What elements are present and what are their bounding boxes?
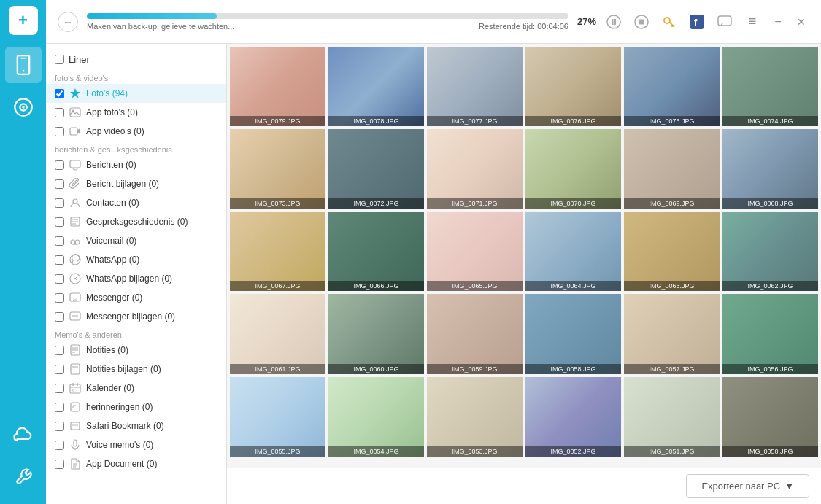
tree-item-appdocument[interactable]: App Document (0) xyxy=(46,454,226,473)
photo-cell[interactable]: IMG_0079.JPG xyxy=(230,47,325,126)
tree-item-berichtbijlagen[interactable]: Bericht bijlagen (0) xyxy=(46,174,226,193)
photo-cell[interactable]: IMG_0067.JPG xyxy=(230,212,325,291)
progress-bar-container xyxy=(87,13,568,19)
tree-item-appfotos[interactable]: App foto's (0) xyxy=(46,103,226,122)
minimize-button[interactable]: − xyxy=(770,14,786,30)
messenger-checkbox[interactable] xyxy=(55,293,64,303)
photo-label: IMG_0065.JPG xyxy=(427,281,523,291)
voicemail-checkbox[interactable] xyxy=(55,236,64,246)
kalender-checkbox[interactable] xyxy=(55,384,64,393)
menu-icon[interactable]: ≡ xyxy=(742,12,763,32)
key-icon[interactable] xyxy=(659,12,679,32)
photo-cell[interactable]: IMG_0057.JPG xyxy=(624,294,720,373)
photo-cell[interactable]: IMG_0062.JPG xyxy=(722,212,818,291)
photo-cell[interactable]: IMG_0052.JPG xyxy=(525,377,621,457)
photo-cell[interactable]: IMG_0058.JPG xyxy=(525,294,621,373)
nav-phone[interactable] xyxy=(5,47,42,83)
svg-point-2 xyxy=(22,70,24,72)
stop-button[interactable] xyxy=(631,12,652,32)
photo-cell[interactable]: IMG_0066.JPG xyxy=(328,212,424,291)
photo-cell[interactable]: IMG_0070.JPG xyxy=(525,129,621,209)
contacten-checkbox[interactable] xyxy=(55,198,64,208)
svg-rect-52 xyxy=(74,440,77,446)
herinneringen-checkbox[interactable] xyxy=(55,403,64,412)
gesprek-checkbox[interactable] xyxy=(55,217,64,227)
appdocument-checkbox[interactable] xyxy=(55,460,64,469)
photo-cell[interactable]: IMG_0077.JPG xyxy=(427,47,523,126)
tree-item-messengerbijlagen[interactable]: Messenger bijlagen (0) xyxy=(46,307,226,326)
tree-item-kalender[interactable]: 6 Kalender (0) xyxy=(46,379,226,398)
history-icon xyxy=(69,215,82,228)
remaining-text: Resterende tijd: 00:04:06 xyxy=(479,22,568,31)
tree-item-fotos[interactable]: Foto's (94) xyxy=(46,84,226,103)
fotos-checkbox[interactable] xyxy=(55,89,64,98)
logo-plus-icon: + xyxy=(18,11,28,30)
notitiesbijlagen-checkbox[interactable] xyxy=(55,365,64,374)
tree-item-herinneringen[interactable]: herinneringen (0) xyxy=(46,398,226,416)
photo-label: IMG_0054.JPG xyxy=(328,446,424,457)
notities-checkbox[interactable] xyxy=(55,346,64,355)
photo-cell[interactable]: IMG_0075.JPG xyxy=(624,47,720,126)
photo-cell[interactable]: IMG_0074.JPG xyxy=(722,47,818,126)
berichten-checkbox[interactable] xyxy=(55,160,64,170)
photo-cell[interactable]: IMG_0071.JPG xyxy=(427,129,523,209)
back-button[interactable]: ← xyxy=(58,12,78,32)
messengerbijlagen-checkbox[interactable] xyxy=(55,312,64,322)
nav-cloud[interactable] xyxy=(5,416,42,453)
svg-text:6: 6 xyxy=(72,388,75,392)
photo-label: IMG_0078.JPG xyxy=(328,116,424,126)
photo-cell[interactable]: IMG_0064.JPG xyxy=(525,212,621,291)
photo-label: IMG_0067.JPG xyxy=(230,281,325,291)
liner-checkbox[interactable] xyxy=(55,55,64,64)
close-button[interactable]: ✕ xyxy=(793,14,809,30)
photo-cell[interactable]: IMG_0051.JPG xyxy=(624,377,720,457)
nav-tools[interactable] xyxy=(5,459,42,495)
photo-cell[interactable]: IMG_0056.JPG xyxy=(722,294,818,373)
photo-cell[interactable]: IMG_0050.JPG xyxy=(722,377,818,457)
appvideos-checkbox[interactable] xyxy=(55,127,64,136)
appfotos-checkbox[interactable] xyxy=(55,108,64,117)
tree-item-safari[interactable]: Safari Bookmark (0) xyxy=(46,416,226,435)
berichten-label: Berichten (0) xyxy=(86,160,136,170)
berichtbijlagen-checkbox[interactable] xyxy=(55,179,64,189)
tree-item-voicemail[interactable]: Voicemail (0) xyxy=(46,231,226,250)
facebook-icon[interactable]: f xyxy=(687,12,707,32)
safari-checkbox[interactable] xyxy=(55,422,64,431)
photo-cell[interactable]: IMG_0060.JPG xyxy=(328,294,424,373)
tree-item-notitiesbijlagen[interactable]: Notities bijlagen (0) xyxy=(46,360,226,379)
photo-cell[interactable]: IMG_0054.JPG xyxy=(328,377,424,457)
tree-item-appvideos[interactable]: App video's (0) xyxy=(46,122,226,141)
export-button[interactable]: Exporteer naar PC ▼ xyxy=(686,474,809,498)
nav-music[interactable] xyxy=(5,89,42,125)
photo-cell[interactable]: IMG_0065.JPG xyxy=(427,212,523,291)
photo-cell[interactable]: IMG_0072.JPG xyxy=(328,129,424,209)
svg-point-5 xyxy=(22,106,25,109)
tree-item-notities[interactable]: Notities (0) xyxy=(46,341,226,360)
tree-item-whatsapp[interactable]: WhatsApp (0) xyxy=(46,250,226,269)
chat-icon[interactable] xyxy=(714,12,735,32)
photo-cell[interactable]: IMG_0073.JPG xyxy=(230,129,325,209)
photo-cell[interactable]: IMG_0055.JPG xyxy=(230,377,325,457)
tree-item-messenger[interactable]: Messenger (0) xyxy=(46,288,226,307)
tree-item-berichten[interactable]: Berichten (0) xyxy=(46,155,226,174)
tree-item-voicememos[interactable]: Voice memo's (0) xyxy=(46,435,226,454)
pause-button[interactable] xyxy=(604,12,624,32)
photo-cell[interactable]: IMG_0069.JPG xyxy=(624,129,720,209)
tree-item-whatsappbijlagen[interactable]: WhatsApp bijlagen (0) xyxy=(46,269,226,288)
tree-item-gesprek[interactable]: Gespreksgeschiedenis (0) xyxy=(46,212,226,231)
photo-cell[interactable]: IMG_0068.JPG xyxy=(722,129,818,209)
photo-cell[interactable]: IMG_0061.JPG xyxy=(230,294,325,373)
whatsappbijlagen-checkbox[interactable] xyxy=(55,274,64,284)
photo-cell[interactable]: IMG_0076.JPG xyxy=(525,47,621,126)
whatsapp-attach-icon xyxy=(69,272,82,285)
whatsapp-checkbox[interactable] xyxy=(55,255,64,265)
safari-icon xyxy=(69,419,82,433)
voicememos-checkbox[interactable] xyxy=(55,441,64,450)
photo-cell[interactable]: IMG_0059.JPG xyxy=(427,294,523,373)
tree-item-contacten[interactable]: Contacten (0) xyxy=(46,193,226,212)
photo-cell[interactable]: IMG_0063.JPG xyxy=(624,212,720,291)
photo-label: IMG_0071.JPG xyxy=(427,198,523,209)
photo-cell[interactable]: IMG_0078.JPG xyxy=(328,47,424,126)
photo-cell[interactable]: IMG_0053.JPG xyxy=(427,377,523,457)
photo-label: IMG_0053.JPG xyxy=(427,446,523,457)
